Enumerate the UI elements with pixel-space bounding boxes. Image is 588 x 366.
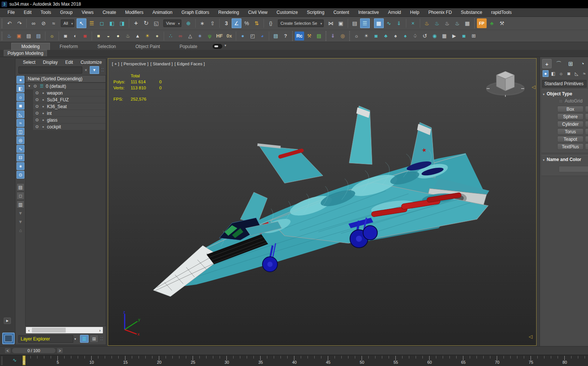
- shapes-category-icon[interactable]: ◧: [550, 70, 556, 77]
- filter-combo-icon[interactable]: ▼: [17, 209, 24, 217]
- explorer-type-dropdown[interactable]: Layer Explorer: [18, 335, 73, 343]
- primitive-button[interactable]: Sphere: [557, 113, 583, 120]
- lister-green-icon[interactable]: ▤: [314, 32, 324, 41]
- File[interactable]: File: [3, 8, 19, 17]
- separator[interactable]: [236, 32, 236, 41]
- unlink-selection-icon[interactable]: ⊘: [39, 18, 48, 28]
- sort-shapes-icon[interactable]: ◧: [17, 84, 24, 92]
- visibility-eye-icon[interactable]: ⊙: [35, 124, 39, 129]
- scatter-icon[interactable]: ∴: [166, 32, 175, 41]
- separator[interactable]: [406, 19, 406, 28]
- tree-page-icon[interactable]: ♤: [410, 32, 420, 41]
- visibility-eye-icon[interactable]: ⊙: [35, 104, 39, 109]
- Edit[interactable]: Edit: [62, 60, 77, 65]
- Arnold[interactable]: Arnold: [383, 8, 406, 17]
- separator[interactable]: [219, 19, 220, 28]
- track-bar-curve-icon[interactable]: ∿: [10, 357, 20, 364]
- hair-fur-icon[interactable]: HF: [215, 32, 224, 41]
- current-frame-field[interactable]: 0 / 100: [12, 348, 56, 354]
- layer-label[interactable]: K36_Seat: [47, 104, 67, 109]
- snaps-3d-icon[interactable]: 3: [222, 18, 231, 28]
- layer-row[interactable]: ⊙ ● K36_Seat: [33, 103, 106, 110]
- sort-containers-icon[interactable]: ⊟: [17, 154, 24, 161]
- separator[interactable]: [372, 19, 372, 28]
- primitive-button[interactable]: Cylinder: [557, 121, 583, 127]
- separator[interactable]: [195, 19, 196, 28]
- hierarchy-tab[interactable]: ⊞: [566, 59, 576, 68]
- hierarchy-mode-button[interactable]: ⊞: [90, 335, 98, 343]
- sort-particles-icon[interactable]: ∗: [17, 162, 24, 170]
- layer-label[interactable]: Su34_FUZ: [47, 97, 69, 102]
- light-bulb-icon[interactable]: ☼: [352, 32, 361, 41]
- detail-view-icon[interactable]: ▥: [17, 200, 24, 208]
- separator[interactable]: [326, 31, 326, 41]
- sort-cameras-icon[interactable]: ◙: [17, 102, 24, 110]
- helpers-category-icon[interactable]: ◺: [574, 70, 580, 77]
- separator[interactable]: [45, 32, 45, 41]
- Phoenix FD[interactable]: Phoenix FD: [424, 8, 457, 17]
- align-icon[interactable]: ▣: [336, 18, 346, 28]
- rectangular-selection-region-icon[interactable]: ◻: [97, 18, 107, 28]
- layer-dot-icon[interactable]: ●: [41, 111, 45, 115]
- ribbon-minimize-dropdown[interactable]: [213, 44, 222, 49]
- motion-tab[interactable]: ◔: [578, 59, 587, 68]
- bind-to-space-warp-icon[interactable]: ≈: [49, 18, 59, 28]
- next-frame-button[interactable]: >: [57, 348, 63, 354]
- snowflake-icon[interactable]: ∗: [195, 32, 205, 41]
- Animation[interactable]: Animation: [148, 8, 177, 17]
- help-icon[interactable]: ?: [281, 32, 290, 41]
- Content[interactable]: Content: [329, 8, 354, 17]
- panel-handle[interactable]: ⁚⁚: [100, 337, 103, 341]
- primitive-button[interactable]: Torus: [557, 128, 583, 135]
- sort-geometry-icon[interactable]: ●: [17, 76, 24, 84]
- dome-primitive-icon[interactable]: ◒: [104, 32, 113, 41]
- toggle-layer-explorer-icon[interactable]: ☰: [360, 18, 370, 28]
- layer-dot-icon[interactable]: ●: [41, 91, 45, 95]
- perspective-viewport[interactable]: [ + ][ Perspective ][ Standard ][ Edged …: [108, 58, 537, 346]
- separator[interactable]: [26, 19, 27, 28]
- timeline-grip[interactable]: [1, 356, 3, 365]
- visibility-eye-icon[interactable]: ⊙: [35, 97, 39, 102]
- Selection[interactable]: Selection: [87, 43, 125, 50]
- Rendering[interactable]: Rendering: [214, 8, 243, 17]
- layer-row[interactable]: ⊙ ● Su34_FUZ: [33, 96, 106, 103]
- create-tab[interactable]: +: [542, 59, 552, 68]
- named-selection-set-dropdown[interactable]: Create Selection Se: [278, 20, 324, 27]
- primitive-button[interactable]: TextPlus: [557, 143, 583, 150]
- layer-dot-icon[interactable]: ●: [41, 118, 45, 122]
- reference-coordinate-dropdown[interactable]: View: [163, 20, 181, 27]
- cameras-category-icon[interactable]: ◙: [566, 70, 572, 77]
- Freeform[interactable]: Freeform: [50, 43, 88, 50]
- grid-view-icon[interactable]: □: [17, 192, 24, 200]
- Modifiers[interactable]: Modifiers: [121, 8, 148, 17]
- layer-label[interactable]: 0 (default): [46, 84, 66, 89]
- select-by-name-icon[interactable]: ☰: [87, 18, 96, 28]
- visibility-eye-icon[interactable]: ⊙: [35, 90, 39, 95]
- Substance[interactable]: Substance: [456, 8, 487, 17]
- Modeling[interactable]: Modeling: [11, 43, 50, 50]
- layer-row[interactable]: ⊙ ● cockpit: [33, 124, 106, 130]
- layer-label[interactable]: weapon: [47, 90, 63, 96]
- sphere-primitive-icon[interactable]: ●: [113, 32, 123, 41]
- video-preview-icon[interactable]: ▶: [449, 32, 459, 41]
- cone-primitive-icon[interactable]: ▲: [133, 32, 142, 41]
- crossing-selection-icon[interactable]: ◨: [117, 18, 127, 28]
- civil-view-rc-icon[interactable]: Rc: [295, 32, 304, 41]
- Civil View[interactable]: Civil View: [244, 8, 272, 17]
- Help[interactable]: Help: [406, 8, 424, 17]
- layer-label[interactable]: int: [47, 111, 52, 116]
- Object Paint[interactable]: Object Paint: [126, 43, 170, 50]
- autogrid-checkbox[interactable]: [559, 99, 563, 103]
- list-view-icon[interactable]: ▤: [17, 183, 24, 191]
- select-and-move-icon[interactable]: +: [131, 18, 141, 28]
- sun-icon[interactable]: ☀: [143, 32, 152, 41]
- camera-sphere-icon[interactable]: ◐: [71, 32, 80, 41]
- Interactive[interactable]: Interactive: [354, 8, 383, 17]
- window-layout-icon[interactable]: ⊞: [469, 32, 478, 41]
- separator[interactable]: [92, 32, 92, 41]
- layer-explorer-mode-button[interactable]: ☰: [80, 335, 89, 343]
- panel-handle[interactable]: ⁚⁚: [101, 68, 104, 72]
- scroll-right-icon[interactable]: ›: [97, 328, 103, 333]
- render-setup-icon[interactable]: ♨: [422, 18, 432, 28]
- separator[interactable]: [420, 19, 420, 28]
